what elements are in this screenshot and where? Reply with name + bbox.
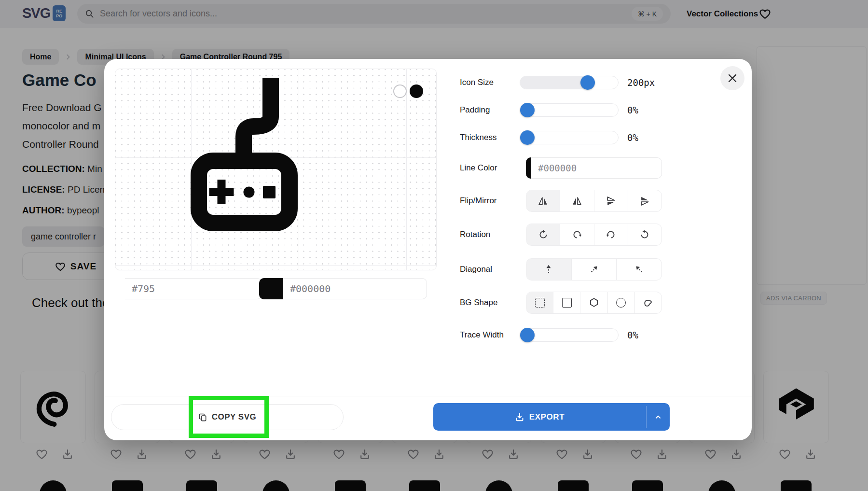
game-controller-icon — [191, 78, 298, 231]
annotation-highlight — [189, 396, 269, 438]
arrow-up-icon — [543, 264, 554, 275]
diagonal-label: Diagonal — [460, 264, 492, 275]
flip-horizontal-right-icon — [538, 196, 548, 206]
rotation-group — [526, 224, 662, 246]
padding-label: Padding — [460, 105, 490, 115]
grid-line — [115, 265, 436, 266]
slider-handle[interactable] — [580, 75, 595, 90]
bg-shape-group — [526, 292, 662, 314]
icon-editor-modal: Icon Size Padding Thickness Line Color F… — [104, 59, 752, 440]
line-color-swatch[interactable] — [526, 157, 531, 179]
rotate-cw-icon — [538, 229, 549, 240]
flip-vertical-down-button[interactable] — [594, 190, 628, 211]
line-color-field — [526, 157, 662, 179]
download-icon — [515, 412, 524, 422]
bg-shape-none-button[interactable] — [526, 292, 553, 313]
page: SVG REPO Search for vectors and icons...… — [0, 0, 868, 491]
hexagon-icon — [589, 297, 599, 308]
arrow-up-button[interactable] — [526, 259, 572, 280]
close-button[interactable] — [720, 66, 744, 90]
export-button[interactable]: EXPORT — [433, 403, 670, 431]
bg-shape-circle-button[interactable] — [608, 292, 635, 313]
trace-width-value: 0% — [627, 329, 673, 341]
bg-shape-label: BG Shape — [460, 297, 497, 308]
slider-handle[interactable] — [520, 328, 535, 342]
flip-mirror-label: Flip/Mirror — [460, 196, 497, 206]
arrow-up-right-button[interactable] — [572, 259, 617, 280]
freeform-shape-icon — [643, 297, 653, 308]
thickness-slider[interactable] — [520, 131, 619, 144]
light-background-toggle[interactable] — [393, 84, 407, 98]
flip-horizontal-left-icon — [572, 196, 582, 206]
export-label: EXPORT — [529, 412, 565, 422]
icon-preview-canvas[interactable] — [115, 69, 437, 270]
rotate-cw-button[interactable] — [526, 224, 560, 245]
flip-vertical-down-icon — [606, 196, 616, 206]
flip-horizontal-right-button[interactable] — [526, 190, 560, 211]
bg-shape-hexagon-button[interactable] — [580, 292, 607, 313]
padding-value: 0% — [627, 104, 673, 116]
grid-line — [299, 69, 299, 270]
icon-size-slider[interactable] — [520, 76, 619, 89]
icon-size-label: Icon Size — [460, 77, 494, 88]
trace-width-slider[interactable] — [520, 328, 619, 342]
thickness-value: 0% — [627, 132, 673, 143]
export-options-toggle[interactable] — [647, 403, 670, 431]
slider-handle[interactable] — [520, 103, 535, 117]
thickness-label: Thickness — [460, 132, 497, 143]
icon-size-value: 200px — [627, 77, 673, 88]
arrow-up-right-icon — [589, 264, 599, 275]
circle-icon — [616, 298, 626, 308]
trace-width-label: Trace Width — [460, 330, 504, 340]
diagonal-group — [526, 258, 662, 281]
rotate-ccw-icon — [639, 229, 650, 240]
dark-background-toggle[interactable] — [410, 84, 423, 98]
rotate-cw-quarter-icon — [572, 229, 582, 240]
dashed-square-icon — [535, 298, 545, 308]
flip-vertical-up-icon — [640, 196, 650, 206]
color-swatch-2[interactable] — [259, 278, 283, 299]
bg-shape-freeform-button[interactable] — [635, 292, 661, 313]
close-icon — [727, 73, 738, 84]
rotate-ccw-quarter-button[interactable] — [594, 224, 628, 245]
color-field-1 — [125, 278, 241, 299]
line-color-hex-input[interactable] — [531, 157, 662, 179]
chevron-up-icon — [654, 413, 662, 421]
bg-shape-square-button[interactable] — [553, 292, 580, 313]
arrow-up-left-icon — [634, 264, 645, 275]
flip-vertical-up-button[interactable] — [628, 190, 661, 211]
slider-handle[interactable] — [520, 130, 535, 145]
rotate-ccw-quarter-icon — [606, 229, 616, 240]
color-hex-input-2[interactable] — [283, 278, 427, 299]
rotate-cw-quarter-button[interactable] — [560, 224, 594, 245]
rotation-label: Rotation — [460, 229, 490, 240]
flip-horizontal-left-button[interactable] — [560, 190, 594, 211]
arrow-up-left-button[interactable] — [617, 259, 661, 280]
color-hex-input-1[interactable] — [125, 278, 262, 299]
grid-line — [406, 69, 407, 270]
flip-mirror-group — [526, 190, 662, 212]
export-main-action[interactable]: EXPORT — [433, 403, 646, 431]
rotate-ccw-button[interactable] — [628, 224, 661, 245]
square-icon — [562, 298, 572, 308]
color-field-2 — [259, 278, 427, 299]
line-color-label: Line Color — [460, 163, 497, 173]
padding-slider[interactable] — [520, 103, 619, 117]
